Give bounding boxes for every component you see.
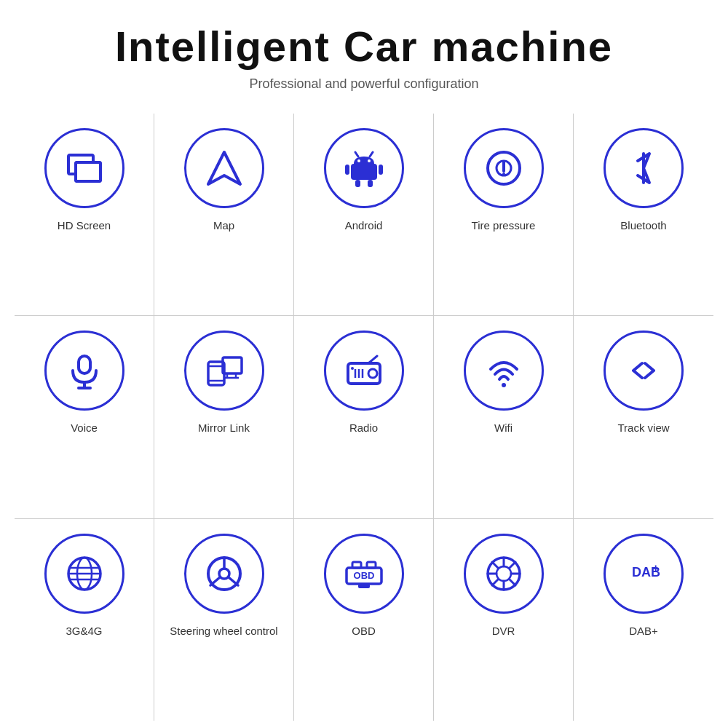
voice-icon [63,349,106,392]
cell-tire-pressure: Tire pressure [434,114,574,316]
cell-3g4g: 3G&4G [15,519,154,721]
svg-rect-49 [367,562,376,568]
svg-rect-10 [379,165,383,175]
steering-wheel-icon [202,552,246,596]
map-icon-circle [184,128,264,208]
dab-icon: DAB + [622,552,665,596]
svg-rect-4 [351,164,377,180]
svg-point-6 [368,159,371,162]
svg-rect-18 [79,356,90,373]
svg-rect-50 [358,584,370,588]
3g4g-label: 3G&4G [66,624,102,638]
mirror-link-label: Mirror Link [198,421,250,435]
bluetooth-icon [622,146,665,190]
android-icon-circle [324,128,404,208]
cell-map: Map [154,114,294,316]
dab-icon-circle: DAB + [604,534,684,614]
svg-rect-48 [352,562,361,568]
cell-track-view: Track view [574,316,713,518]
radio-label: Radio [349,421,378,435]
svg-point-5 [357,159,360,162]
svg-rect-1 [76,162,100,181]
hd-screen-icon-circle [44,128,124,208]
steering-wheel-label: Steering wheel control [170,624,277,638]
svg-marker-3 [208,152,240,184]
svg-line-59 [510,562,515,568]
page-title: Intelligent Car machine [115,22,613,71]
svg-point-34 [351,367,354,370]
cell-bluetooth: Bluetooth [574,114,713,316]
cell-obd: OBD OBD [294,519,434,721]
steering-wheel-icon-circle [184,534,264,614]
map-label: Map [213,218,234,233]
svg-point-32 [368,369,377,378]
svg-line-57 [492,562,498,568]
tire-pressure-label: Tire pressure [472,218,536,233]
svg-rect-11 [355,180,360,187]
voice-label: Voice [71,421,98,435]
voice-icon-circle [44,331,124,411]
svg-rect-12 [368,180,373,187]
hd-screen-icon [63,146,106,190]
dvr-icon [482,552,526,596]
3g4g-icon [63,552,106,596]
bluetooth-icon-circle [604,128,684,208]
track-view-icon-circle [604,331,684,411]
tire-pressure-icon [482,146,526,190]
cell-mirror-link: Mirror Link [154,316,294,518]
cell-wifi: Wifi [434,316,574,518]
android-label: Android [345,218,383,233]
svg-line-58 [510,579,515,585]
svg-text:+: + [652,562,659,574]
svg-text:OBD: OBD [353,570,374,581]
cell-dab: DAB + DAB+ [574,519,713,721]
wifi-icon [482,349,526,392]
hd-screen-label: HD Screen [58,218,111,233]
cell-radio: Radio [294,316,434,518]
cell-steering-wheel: Steering wheel control [154,519,294,721]
svg-rect-24 [223,357,242,373]
mirror-link-icon-circle [184,331,264,411]
dvr-label: DVR [492,624,515,638]
obd-icon-circle: OBD [324,534,404,614]
svg-line-7 [355,152,358,157]
wifi-label: Wifi [494,421,513,435]
radio-icon-circle [324,331,404,411]
wifi-icon-circle [464,331,544,411]
tire-pressure-icon-circle [464,128,544,208]
dab-label: DAB+ [629,624,658,638]
cell-hd-screen: HD Screen [15,114,154,316]
radio-icon [342,349,386,392]
obd-icon: OBD [342,552,386,596]
cell-android: Android [294,114,434,316]
svg-line-8 [370,152,373,157]
features-grid: HD Screen Map [15,114,713,721]
cell-voice: Voice [15,316,154,518]
map-icon [202,146,246,190]
cell-dvr: DVR [434,519,574,721]
bluetooth-label: Bluetooth [620,218,666,233]
dvr-icon-circle [464,534,544,614]
track-view-label: Track view [617,421,669,435]
svg-rect-28 [348,363,380,384]
android-icon [342,146,386,190]
svg-rect-9 [345,165,349,175]
track-view-icon [622,349,665,392]
svg-point-35 [502,383,506,387]
page: Intelligent Car machine Professional and… [0,0,728,728]
page-subtitle: Professional and powerful configuration [249,76,478,92]
svg-point-16 [502,173,505,175]
3g4g-icon-circle [44,534,124,614]
svg-line-60 [492,579,498,585]
obd-label: OBD [352,624,376,638]
mirror-link-icon [202,349,246,392]
